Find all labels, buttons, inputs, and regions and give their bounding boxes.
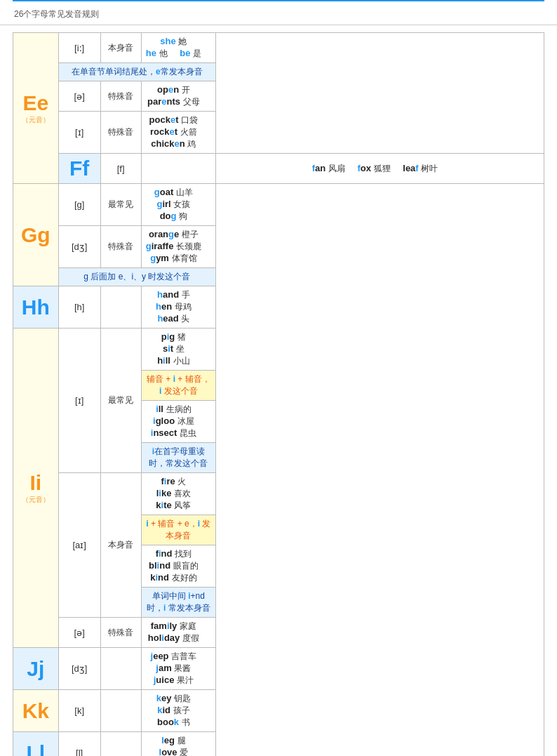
- type-gg1: 最常见: [100, 184, 141, 226]
- phonetic-hh: [h]: [58, 286, 100, 329]
- letter-hh: Hh: [13, 286, 59, 329]
- letter-ee: Ee （元音）: [13, 33, 59, 184]
- type-ii3: 特殊音: [100, 618, 141, 648]
- phonetic-ll: [l]: [58, 732, 100, 757]
- type-gg2: 特殊音: [100, 226, 141, 268]
- examples-ee3: pocket 口袋 rocket 火箭 chicken 鸡: [141, 112, 215, 154]
- note-ii2b: 单词中间 i+nd 时，i 常发本身音: [141, 588, 215, 618]
- letter-ll: Ll: [13, 732, 59, 757]
- phonetic-kk: [k]: [58, 690, 100, 732]
- table-row: [aɪ] 本身音 fire 火 like 喜欢 kite 风筝: [13, 473, 544, 515]
- examples-ee1: she 她 he 他 be 是: [141, 33, 215, 63]
- table-row: [dʒ] 特殊音 orange 橙子 giraffe 长颈鹿 gym 体育馆: [13, 226, 544, 268]
- table-row: Hh [h] hand 手 hen 母鸡 head 头: [13, 286, 544, 329]
- note-row-gg: g 后面加 e、i、y 时发这个音: [13, 268, 544, 286]
- table-row: [ə] 特殊音 family 家庭 holiday 度假: [13, 618, 544, 648]
- phonetic-jj: [dʒ]: [58, 648, 100, 690]
- note-gg: g 后面加 e、i、y 时发这个音: [58, 268, 215, 286]
- examples-gg1: goat 山羊 girl 女孩 dog 狗: [141, 184, 215, 226]
- note-ii2: i + 辅音 + e，i 发本身音: [141, 515, 215, 545]
- letter-ff: Ff: [58, 154, 100, 184]
- table-row: Jj [dʒ] jeep 吉普车 jam 果酱 juice 果汁: [13, 648, 544, 690]
- examples-ff: fan 风扇 fox 狐狸 leaf 树叶: [216, 154, 544, 184]
- examples-ii1a: pig 猪 sit 坐 hill 小山: [141, 329, 215, 371]
- phonetic-ee3: [ɪ]: [58, 112, 100, 154]
- phonetic-ii3: [ə]: [58, 618, 100, 648]
- letter-kk: Kk: [13, 690, 59, 732]
- table-row: [ə] 特殊音 open 开 parents 父母: [13, 81, 544, 112]
- type-ll: [100, 732, 141, 757]
- note-ii1: 辅音 + i + 辅音，i 发这个音: [141, 371, 215, 401]
- examples-ii2b: find 找到 blind 眼盲的 kind 友好的: [141, 545, 215, 588]
- header-title: 26个字母常见发音规则: [14, 9, 99, 19]
- type-kk: [100, 690, 141, 732]
- examples-kk: key 钥匙 kid 孩子 book 书: [141, 690, 215, 732]
- examples-ii3: family 家庭 holiday 度假: [141, 618, 215, 648]
- table-row: Ll [l] leg 腿 love 爱 lemon 柠檬: [13, 732, 544, 757]
- type-hh: [100, 286, 141, 329]
- type-ii2: 本身音: [100, 473, 141, 618]
- letter-jj: Jj: [13, 648, 59, 690]
- table-row: Ff [f] fan 风扇 fox 狐狸 leaf 树叶: [13, 154, 544, 184]
- letter-gg: Gg: [13, 184, 59, 286]
- phonetic-ff: [f]: [100, 154, 141, 184]
- phonetic-ee1: [iː]: [58, 33, 100, 63]
- table-row: Ii （元音） [ɪ] 最常见 pig 猪 sit 坐 hill 小山: [13, 329, 544, 371]
- examples-ii1b: ill 生病的 igloo 冰屋 insect 昆虫: [141, 401, 215, 443]
- page-header: 26个字母常见发音规则: [0, 1, 557, 25]
- table-row: Gg [g] 最常见 goat 山羊 girl 女孩 dog 狗: [13, 184, 544, 226]
- examples-ee2: open 开 parents 父母: [141, 81, 215, 112]
- type-jj: [100, 648, 141, 690]
- type-ii1: 最常见: [100, 329, 141, 473]
- letter-ii: Ii （元音）: [13, 329, 59, 648]
- type-ee2: 特殊音: [100, 81, 141, 112]
- phonetic-gg1: [g]: [58, 184, 100, 226]
- table-row: [ɪ] 特殊音 pocket 口袋 rocket 火箭 chicken 鸡: [13, 112, 544, 154]
- table-row: Kk [k] key 钥匙 kid 孩子 book 书: [13, 690, 544, 732]
- phonetic-gg2: [dʒ]: [58, 226, 100, 268]
- phonetic-ee2: [ə]: [58, 81, 100, 112]
- examples-jj: jeep 吉普车 jam 果酱 juice 果汁: [141, 648, 215, 690]
- type-ee1: 本身音: [100, 33, 141, 63]
- examples-gg2: orange 橙子 giraffe 长颈鹿 gym 体育馆: [141, 226, 215, 268]
- examples-ll: leg 腿 love 爱 lemon 柠檬: [141, 732, 215, 757]
- table-row: Ee （元音） [iː] 本身音 she 她 he 他 be 是: [13, 33, 544, 63]
- phonetic-ii1: [ɪ]: [58, 329, 100, 473]
- note-row-ee1: 在单音节单词结尾处，e常发本身音: [13, 63, 544, 81]
- main-content: Ee （元音） [iː] 本身音 she 她 he 他 be 是 在单音节单词结…: [0, 25, 557, 756]
- examples-ii2a: fire 火 like 喜欢 kite 风筝: [141, 473, 215, 515]
- note-ee1: 在单音节单词结尾处，e常发本身音: [58, 63, 215, 81]
- type-ee3: 特殊音: [100, 112, 141, 154]
- phonics-table: Ee （元音） [iː] 本身音 she 她 he 他 be 是 在单音节单词结…: [13, 32, 544, 756]
- phonetic-ii2: [aɪ]: [58, 473, 100, 618]
- examples-hh: hand 手 hen 母鸡 head 头: [141, 286, 215, 329]
- type-ff: [141, 154, 215, 184]
- note-ii1b: i在首字母重读时，常发这个音: [141, 443, 215, 473]
